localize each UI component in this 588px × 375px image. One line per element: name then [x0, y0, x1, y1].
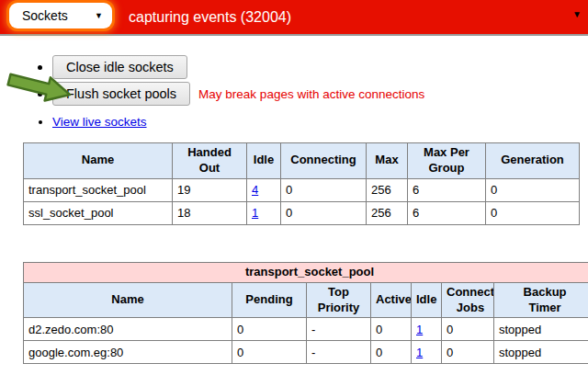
- column-header: Generation: [486, 143, 580, 179]
- table-cell: 0: [232, 341, 307, 364]
- table-cell: 0: [442, 318, 494, 341]
- view-selector-dropdown[interactable]: Sockets ▼: [9, 3, 112, 28]
- idle-count-link[interactable]: 1: [252, 206, 258, 220]
- table-cell: 0: [371, 341, 412, 364]
- pool-name-cell: ssl_socket_pool: [24, 201, 173, 224]
- column-header: Name: [24, 282, 232, 318]
- table-row: ssl_socket_pool 18 1 0 256 6 0: [24, 201, 580, 224]
- table-cell: 6: [408, 178, 486, 201]
- capture-header-bar: Sockets ▼ capturing events (32004) ▼: [0, 0, 588, 36]
- pool-name-cell: transport_socket_pool: [24, 178, 173, 201]
- table-row: d2.zedo.com:80 0 - 0 1 0 stopped: [24, 318, 588, 341]
- table-cell: stopped: [494, 318, 588, 341]
- table-cell: 4: [247, 178, 281, 201]
- sockets-page: Sockets ▼ capturing events (32004) ▼ Clo…: [0, 0, 588, 375]
- list-item: Flush socket poolsMay break pages with a…: [52, 82, 588, 106]
- table-row: transport_socket_pool 19 4 0 256 6 0: [24, 178, 580, 201]
- table-cell: 0: [281, 178, 367, 201]
- view-selector-label: Sockets: [22, 8, 68, 23]
- table-cell: 0: [486, 178, 580, 201]
- group-name-cell: google.com.eg:80: [24, 341, 232, 364]
- list-item: View live sockets: [52, 115, 588, 129]
- table-row: google.com.eg:80 0 - 0 1 0 stopped: [24, 341, 588, 364]
- column-header: Max: [367, 143, 408, 179]
- column-header: Handed Out: [173, 143, 247, 179]
- corner-caret-icon[interactable]: ▼: [572, 10, 582, 19]
- table-cell: 1: [412, 318, 442, 341]
- table-cell: -: [307, 341, 371, 364]
- socket-pools-table: Name Handed Out Idle Connecting Max Max …: [23, 142, 580, 225]
- group-title: transport_socket_pool: [24, 262, 588, 282]
- dropdown-caret-icon: ▼: [95, 12, 103, 20]
- list-item: Close idle sockets: [52, 55, 588, 79]
- table-cell: 18: [173, 201, 247, 224]
- table-cell: 0: [281, 201, 367, 224]
- socket-groups-table: transport_socket_pool Name Pending Top P…: [23, 262, 588, 365]
- idle-count-link[interactable]: 1: [416, 346, 423, 359]
- table-cell: 0: [486, 201, 580, 224]
- actions-list: Close idle sockets Flush socket poolsMay…: [0, 55, 588, 129]
- flush-socket-pools-button[interactable]: Flush socket pools: [52, 82, 190, 106]
- idle-count-link[interactable]: 4: [252, 183, 258, 197]
- table-cell: stopped: [494, 341, 588, 364]
- column-header: Pending: [232, 282, 307, 318]
- table-cell: 256: [367, 201, 408, 224]
- capture-status-text: capturing events (32004): [129, 0, 291, 34]
- column-header: Idle: [247, 143, 281, 179]
- flush-warning-text: May break pages with active connections: [198, 87, 424, 101]
- table-cell: 1: [412, 341, 442, 364]
- table-cell: 6: [408, 201, 486, 224]
- view-live-sockets-link[interactable]: View live sockets: [52, 115, 147, 129]
- column-header: Idle: [412, 282, 442, 318]
- group-title-row: transport_socket_pool: [24, 262, 588, 282]
- column-header: Connect Jobs: [442, 282, 494, 318]
- table-cell: 0: [442, 341, 494, 364]
- column-header: Name: [24, 143, 173, 179]
- table-cell: -: [307, 318, 371, 341]
- table-cell: 0: [232, 318, 307, 341]
- table-cell: 19: [173, 178, 247, 201]
- group-name-cell: d2.zedo.com:80: [24, 318, 232, 341]
- table-cell: 0: [371, 318, 412, 341]
- column-header: Max Per Group: [408, 143, 486, 179]
- idle-count-link[interactable]: 1: [416, 323, 423, 336]
- column-header: Connecting: [281, 143, 367, 179]
- table-header-row: Name Pending Top Priority Active Idle Co…: [24, 282, 588, 318]
- column-header: Top Priority: [307, 282, 371, 318]
- table-cell: 256: [367, 178, 408, 201]
- column-header: Backup Timer: [494, 282, 588, 318]
- table-cell: 1: [247, 201, 281, 224]
- column-header: Active: [371, 282, 412, 318]
- table-header-row: Name Handed Out Idle Connecting Max Max …: [24, 143, 580, 179]
- close-idle-sockets-button[interactable]: Close idle sockets: [52, 55, 187, 79]
